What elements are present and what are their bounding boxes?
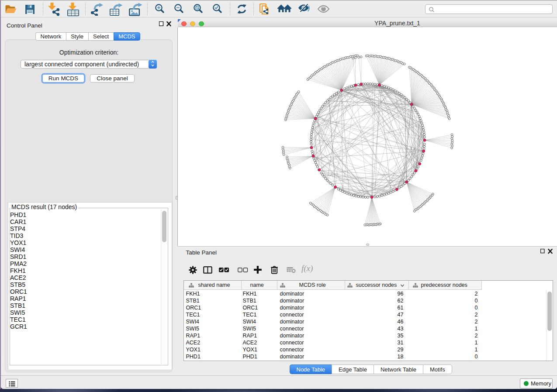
svg-text:f(x): f(x) [301,264,313,273]
